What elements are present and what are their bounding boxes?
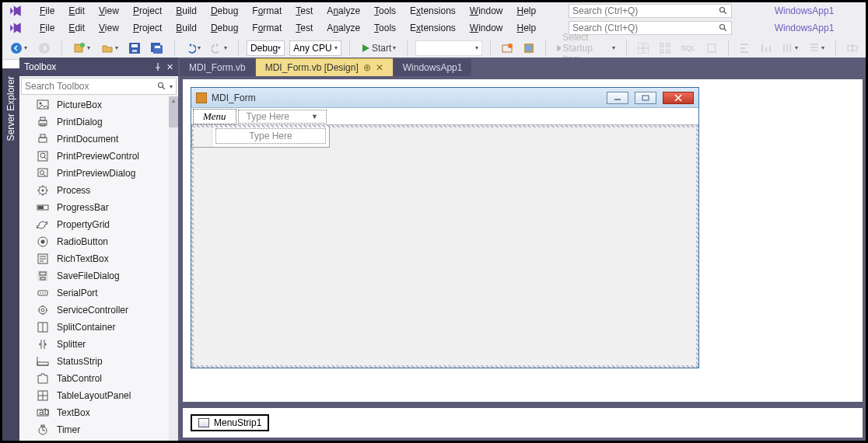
menu-test[interactable]: Test [296, 5, 313, 16]
menu-dropdown[interactable]: Type Here [191, 125, 330, 148]
toolbox-item-radiobutton[interactable]: RadioButton [19, 233, 178, 250]
chevron-down-icon[interactable]: ▼ [311, 113, 318, 120]
layout-icon-1[interactable] [635, 41, 652, 55]
menu-build[interactable]: Build [176, 5, 197, 16]
menu-help[interactable]: Help [517, 5, 537, 16]
config-combo[interactable]: Debug▾ [247, 40, 285, 56]
menu-edit-2[interactable]: Edit [68, 23, 85, 33]
save-all-button[interactable] [148, 41, 166, 55]
menu-file[interactable]: File [40, 5, 54, 16]
toolbox-item-savefiledialog[interactable]: SaveFileDialog [19, 267, 178, 284]
menu-view[interactable]: View [99, 5, 119, 16]
toolbox-item-serialport[interactable]: SerialPort [19, 284, 178, 302]
new-project-button[interactable]: ▾ [70, 40, 93, 56]
menu-project[interactable]: Project [133, 5, 162, 16]
undo-button[interactable]: ▾ [182, 41, 204, 55]
tb-icon-1[interactable] [499, 41, 516, 55]
tab-close-icon[interactable]: ✕ [376, 62, 383, 73]
toolbox-item-progressbar[interactable]: ProgressBar [19, 199, 178, 216]
layout-icon-sql[interactable]: SQL [678, 43, 698, 54]
tray-item-menustrip1[interactable]: MenuStrip1 [191, 414, 269, 431]
minimize-button[interactable] [607, 92, 628, 104]
align-icon-4[interactable]: ▾ [806, 41, 828, 55]
toolbox-item-printdialog[interactable]: PrintDialog [19, 113, 178, 131]
menu-window[interactable]: Window [470, 5, 503, 16]
close-button[interactable] [663, 92, 694, 104]
toolbox-item-printpreviewdialog[interactable]: PrintPreviewDialog [19, 165, 178, 182]
tab-mdiform-vb[interactable]: MDI_Form.vb [180, 59, 255, 76]
menu-tools-2[interactable]: Tools [374, 23, 396, 33]
toolbox-item-splitter[interactable]: Splitter [19, 336, 178, 353]
vs-logo-icon-2 [5, 21, 26, 35]
menu-file-2[interactable]: File [40, 23, 54, 33]
designer-surface[interactable]: MDI_Form Menu Type Here▼ Typ [183, 79, 863, 402]
toolbox-item-process[interactable]: Process [19, 182, 178, 199]
align-icon-5[interactable] [844, 41, 861, 55]
scrollbar-thumb[interactable]: ▲ [169, 96, 178, 127]
menu-view-2[interactable]: View [99, 23, 119, 33]
toolbox-item-statusstrip[interactable]: StatusStrip [19, 353, 178, 370]
scrollbar-track[interactable] [169, 96, 178, 441]
svg-rect-25 [708, 44, 716, 52]
menu-test-2[interactable]: Test [296, 23, 313, 33]
toolbox-search-dd[interactable]: ▾ [170, 83, 173, 90]
tab-windowsapp1[interactable]: WindowsApp1 [394, 59, 472, 76]
save-button[interactable] [126, 41, 143, 55]
menu-item-menu[interactable]: Menu [193, 109, 236, 124]
nav-back-button[interactable]: ▾ [7, 40, 30, 56]
tab-mdiform-design[interactable]: MDI_Form.vb [Design] ⊕ ✕ [256, 58, 393, 76]
menu-help-2[interactable]: Help [517, 23, 537, 33]
toolbox-item-timer[interactable]: Timer [19, 421, 178, 438]
align-icon-2[interactable] [758, 41, 775, 55]
toolbox-item-richtextbox[interactable]: RichTextBox [19, 250, 178, 267]
menu-window-2[interactable]: Window [470, 23, 503, 33]
platform-combo[interactable]: Any CPU▾ [289, 40, 341, 56]
menu-format[interactable]: Format [252, 5, 282, 16]
toolbox-item-printdocument[interactable]: PrintDocument [19, 131, 178, 148]
align-icon-3[interactable]: ▾ [779, 41, 801, 55]
process-combo[interactable]: ▾ [415, 40, 482, 56]
form-body[interactable]: Menu Type Here▼ Type Here [191, 108, 698, 368]
menu-tools[interactable]: Tools [374, 5, 396, 16]
component-tray[interactable]: MenuStrip1 [183, 405, 863, 438]
menu-analyze[interactable]: Analyze [327, 5, 360, 16]
redo-button[interactable]: ▾ [208, 41, 230, 55]
menu-build-2[interactable]: Build [176, 23, 197, 33]
toolbox-item-propertygrid[interactable]: PropertyGrid [19, 216, 178, 233]
toolbox-item-printpreviewcontrol[interactable]: PrintPreviewControl [19, 148, 178, 165]
toolbox-item-tabcontrol[interactable]: TabControl [19, 370, 178, 387]
menu-project-2[interactable]: Project [133, 23, 162, 33]
search-box-1[interactable]: Search (Ctrl+Q) [569, 4, 732, 18]
toolbox-search[interactable]: Search Toolbox ▾ [21, 78, 177, 95]
layout-icon-2[interactable] [656, 41, 674, 55]
toolbox-item-picturebox[interactable]: PictureBox [19, 96, 178, 113]
toolbox-dropdown-icon[interactable]: ▾ [146, 64, 149, 71]
align-icon-1[interactable] [736, 41, 753, 55]
toolbox-item-splitcontainer[interactable]: SplitContainer [19, 319, 178, 336]
open-button[interactable]: ▾ [98, 40, 121, 56]
menu-type-here-drop[interactable]: Type Here [215, 128, 326, 144]
menu-debug-2[interactable]: Debug [211, 23, 238, 33]
nav-fwd-button[interactable] [35, 40, 54, 56]
menu-format-2[interactable]: Format [252, 23, 282, 33]
toolbox-item-textbox[interactable]: abTextBox [19, 404, 178, 421]
pin-icon[interactable] [154, 63, 162, 71]
tb-icon-2[interactable] [520, 41, 537, 55]
start-button[interactable]: Start▾ [358, 41, 399, 55]
form-preview[interactable]: MDI_Form Menu Type Here▼ Typ [191, 87, 699, 368]
toolbox-item-tablelayoutpanel[interactable]: TableLayoutPanel [19, 387, 178, 404]
server-explorer-collapsed[interactable]: Server Explorer [2, 68, 19, 441]
toolbox-item-label: RichTextBox [57, 253, 109, 264]
menu-type-here-top[interactable]: Type Here▼ [238, 110, 327, 124]
tab-pin-icon[interactable]: ⊕ [363, 62, 371, 73]
menu-debug[interactable]: Debug [211, 5, 238, 16]
menu-extensions[interactable]: Extensions [410, 5, 456, 16]
layout-icon-3[interactable] [703, 41, 720, 55]
menu-edit[interactable]: Edit [68, 5, 85, 16]
maximize-button[interactable] [635, 92, 656, 104]
menu-analyze-2[interactable]: Analyze [327, 23, 360, 33]
menustrip[interactable]: Menu Type Here▼ [191, 108, 698, 125]
toolbox-item-servicecontroller[interactable]: ServiceController [19, 302, 178, 319]
close-icon[interactable]: ✕ [166, 62, 173, 72]
menu-extensions-2[interactable]: Extensions [410, 23, 456, 33]
